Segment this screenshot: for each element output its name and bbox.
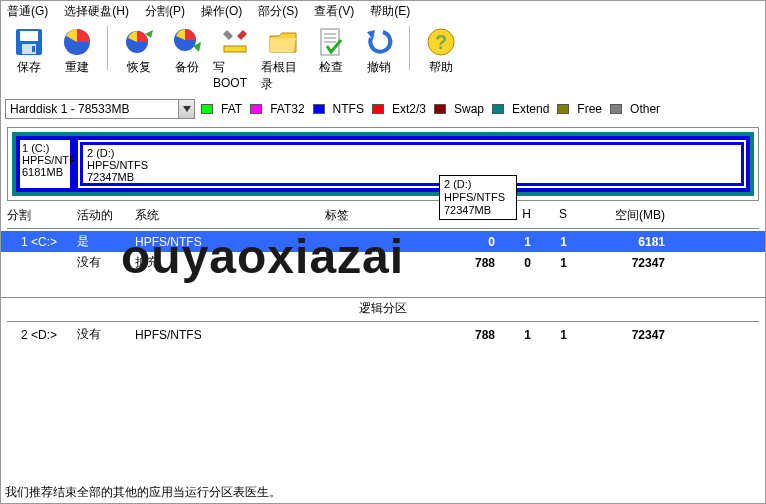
- cell-active: 没有: [77, 254, 135, 271]
- legend-other: Other: [630, 102, 660, 116]
- swatch-fat32: [250, 104, 262, 114]
- cell-system: HPFS/NTFS: [135, 235, 325, 249]
- save-label: 保存: [17, 59, 41, 76]
- menu-help[interactable]: 帮助(E): [370, 3, 410, 20]
- disk-selected-text: Harddisk 1 - 78533MB: [6, 102, 178, 116]
- swatch-ntfs: [313, 104, 325, 114]
- document-check-icon: [315, 26, 347, 58]
- menu-general[interactable]: 普通(G): [7, 3, 48, 20]
- rebuild-label: 重建: [65, 59, 89, 76]
- svg-text:?: ?: [435, 31, 447, 53]
- cell-system: HPFS/NTFS: [135, 328, 325, 342]
- partition-c-block[interactable]: 1 (C:) HPFS/NTFS 6181MB: [16, 136, 74, 192]
- logical-section-title: 逻辑分区: [1, 297, 765, 319]
- table-row[interactable]: 2 <D:> 没有 HPFS/NTFS 788 1 1 72347: [1, 324, 765, 345]
- divider: [7, 228, 759, 229]
- partc-label: 1 (C:): [22, 142, 68, 154]
- swatch-free: [557, 104, 569, 114]
- disk-row: Harddisk 1 - 78533MB FAT FAT32 NTFS Ext2…: [1, 97, 765, 121]
- partition-tooltip: 2 (D:) HPFS/NTFS 72347MB: [439, 175, 517, 220]
- svg-rect-7: [224, 46, 246, 52]
- table-header: 分割 活动的 系统 标签 C H S 空间(MB): [1, 205, 765, 226]
- help-label: 帮助: [429, 59, 453, 76]
- cell-c: 788: [455, 328, 495, 342]
- cell-c: 0: [455, 235, 495, 249]
- menu-partition[interactable]: 分割(P): [145, 3, 185, 20]
- partition-d-block[interactable]: 2 (D:) HPFS/NTFS 72347MB: [80, 142, 744, 186]
- swatch-fat: [201, 104, 213, 114]
- toolbar: 保存 重建 恢复 备份 写BOOT 看根目录 检查 撤销 ? 帮助: [1, 22, 765, 97]
- save-button[interactable]: 保存: [5, 24, 53, 78]
- cell-part: 2 <D:>: [7, 328, 77, 342]
- cell-h: 1: [495, 328, 531, 342]
- menu-select-disk[interactable]: 选择硬盘(H): [64, 3, 129, 20]
- table-row[interactable]: 没有 扩充 788 0 1 72347: [1, 252, 765, 273]
- piechart-down-icon: [171, 26, 203, 58]
- legend-free: Free: [577, 102, 602, 116]
- hdr-system: 系统: [135, 207, 325, 224]
- cell-part: 1 <C:>: [7, 235, 77, 249]
- cell-space: 6181: [567, 235, 677, 249]
- cell-h: 0: [495, 256, 531, 270]
- menu-section[interactable]: 部分(S): [258, 3, 298, 20]
- check-button[interactable]: 检查: [307, 24, 355, 78]
- help-icon: ?: [425, 26, 457, 58]
- chevron-down-icon[interactable]: [178, 100, 194, 118]
- rebuild-button[interactable]: 重建: [53, 24, 101, 78]
- extended-block[interactable]: 2 (D:) HPFS/NTFS 72347MB: [74, 136, 750, 192]
- swatch-swap: [434, 104, 446, 114]
- cell-c: 788: [455, 256, 495, 270]
- partd-fs: HPFS/NTFS: [87, 159, 737, 171]
- tools-icon: [219, 26, 251, 58]
- menu-view[interactable]: 查看(V): [314, 3, 354, 20]
- table-row[interactable]: 1 <C:> 是 HPFS/NTFS 0 1 1 6181: [1, 231, 765, 252]
- legend-ntfs: NTFS: [333, 102, 364, 116]
- piechart-arrow-icon: [123, 26, 155, 58]
- cell-h: 1: [495, 235, 531, 249]
- backup-button[interactable]: 备份: [163, 24, 211, 78]
- swatch-ext: [372, 104, 384, 114]
- toolbar-separator: [409, 26, 411, 70]
- partc-size: 6181MB: [22, 166, 68, 178]
- toolbar-separator: [107, 26, 109, 70]
- tooltip-fs: HPFS/NTFS: [444, 191, 512, 204]
- svg-rect-1: [20, 31, 38, 41]
- legend-ext: Ext2/3: [392, 102, 426, 116]
- hdr-active: 活动的: [77, 207, 135, 224]
- help-button[interactable]: ? 帮助: [417, 24, 465, 78]
- disk-map-container: 1 (C:) HPFS/NTFS 6181MB 2 (D:) HPFS/NTFS…: [7, 127, 759, 201]
- swatch-other: [610, 104, 622, 114]
- disk-map: 1 (C:) HPFS/NTFS 6181MB 2 (D:) HPFS/NTFS…: [12, 132, 754, 196]
- hdr-label: 标签: [325, 207, 455, 224]
- menu-bar: 普通(G) 选择硬盘(H) 分割(P) 操作(O) 部分(S) 查看(V) 帮助…: [1, 1, 765, 22]
- piechart-icon: [61, 26, 93, 58]
- swatch-extend: [492, 104, 504, 114]
- status-bar: 我们推荐结束全部的其他的应用当运行分区表医生。: [5, 484, 281, 501]
- partd-size: 72347MB: [87, 171, 737, 183]
- hdr-s: S: [531, 207, 567, 224]
- partd-label: 2 (D:): [87, 147, 737, 159]
- cell-active: 没有: [77, 326, 135, 343]
- cell-s: 1: [531, 235, 567, 249]
- undo-label: 撤销: [367, 59, 391, 76]
- menu-operate[interactable]: 操作(O): [201, 3, 242, 20]
- rootdir-label: 看根目录: [261, 59, 305, 93]
- undo-button[interactable]: 撤销: [355, 24, 403, 78]
- writeboot-label: 写BOOT: [213, 59, 257, 90]
- cell-space: 72347: [567, 328, 677, 342]
- fs-legend: FAT FAT32 NTFS Ext2/3 Swap Extend Free O…: [201, 102, 660, 116]
- cell-s: 1: [531, 256, 567, 270]
- cell-space: 72347: [567, 256, 677, 270]
- tooltip-size: 72347MB: [444, 204, 512, 217]
- svg-rect-3: [32, 46, 35, 52]
- writeboot-button[interactable]: 写BOOT: [211, 24, 259, 92]
- cell-system: 扩充: [135, 254, 325, 271]
- recover-label: 恢复: [127, 59, 151, 76]
- hdr-partition: 分割: [7, 207, 77, 224]
- rootdir-button[interactable]: 看根目录: [259, 24, 307, 95]
- undo-icon: [363, 26, 395, 58]
- cell-active: 是: [77, 233, 135, 250]
- legend-swap: Swap: [454, 102, 484, 116]
- disk-selector[interactable]: Harddisk 1 - 78533MB: [5, 99, 195, 119]
- recover-button[interactable]: 恢复: [115, 24, 163, 78]
